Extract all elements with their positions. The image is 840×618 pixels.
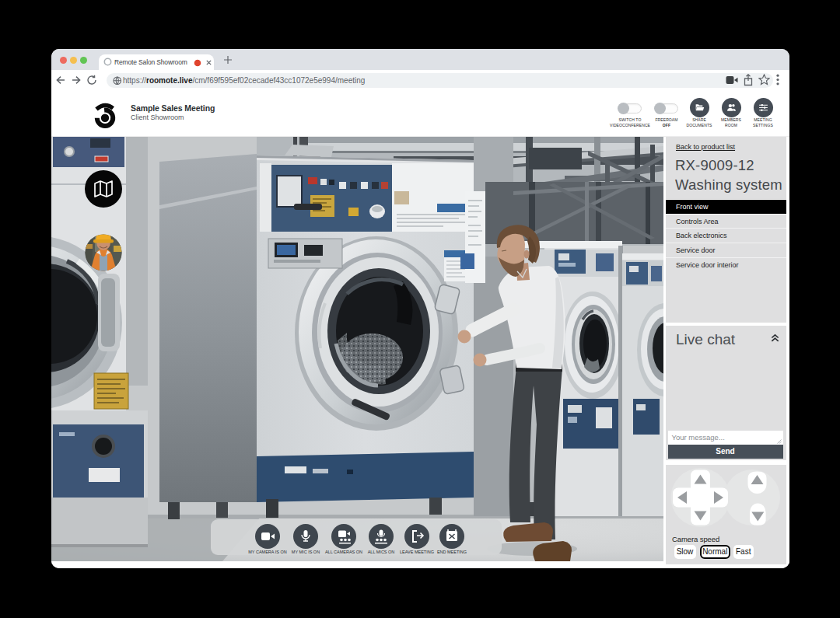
svg-text:LEAVE MEETING: LEAVE MEETING <box>400 550 434 554</box>
svg-text:ALL MICS ON: ALL MICS ON <box>368 550 395 554</box>
svg-text:MY CAMERA IS ON: MY CAMERA IS ON <box>248 550 286 554</box>
svg-text:MY MIC IS ON: MY MIC IS ON <box>292 550 320 554</box>
svg-text:ALL CAMERAS ON: ALL CAMERAS ON <box>325 550 362 554</box>
svg-text:END MEETING: END MEETING <box>437 550 467 554</box>
